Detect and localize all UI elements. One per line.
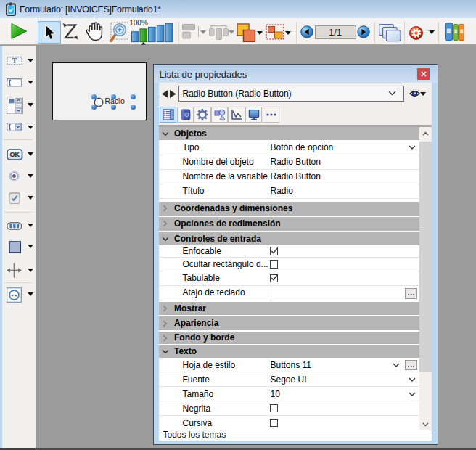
svg-text:T: T xyxy=(12,57,17,65)
svg-text:OK: OK xyxy=(9,151,20,158)
